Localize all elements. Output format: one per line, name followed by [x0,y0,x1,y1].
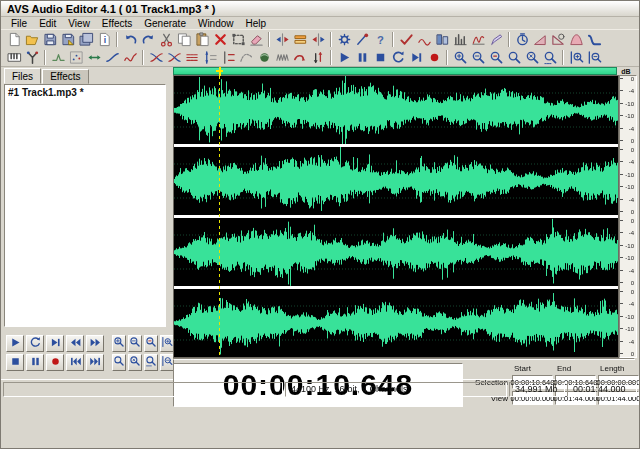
pause-button[interactable] [26,354,44,371]
status-audio-format: 44100 Hz, 16-bit, 4 Channels [285,382,507,397]
title-bar[interactable]: AVS Audio Editor 4.1 ( 01 Track1.mp3 * ) [1,1,639,17]
new-file-button[interactable] [5,31,23,48]
fade-hill-button[interactable] [567,31,585,48]
zoom-vertical-in-button[interactable] [567,49,585,66]
stop-button[interactable] [371,49,389,66]
flanger-button[interactable] [291,49,309,66]
zoom-out-button[interactable] [128,335,142,352]
spline-button[interactable] [121,49,139,66]
pause-button[interactable] [353,49,371,66]
paste-button[interactable] [193,31,211,48]
zoom-full-button[interactable] [523,49,541,66]
stop-button[interactable] [6,354,24,371]
menu-item-window[interactable]: Window [192,18,240,29]
overview-bar[interactable] [173,67,617,75]
rewind-button[interactable] [66,335,84,352]
amplify-button[interactable] [183,49,201,66]
play-button[interactable] [6,335,24,352]
zoom-full-button[interactable] [128,354,142,371]
zoom-selection-button[interactable] [144,335,158,352]
pitch-button[interactable] [309,49,327,66]
stretch-button[interactable] [85,49,103,66]
zoom-out-button[interactable] [469,49,487,66]
skip-end-button[interactable] [86,354,104,371]
save-all-button[interactable] [77,31,95,48]
forward-button[interactable] [86,335,104,352]
envelope-dash-button[interactable] [237,49,255,66]
fade-curve-button[interactable] [585,31,603,48]
equalizer-button[interactable] [451,31,469,48]
waveform-display[interactable] [173,75,619,358]
tab-effects[interactable]: Effects [42,69,88,84]
ruler-tick [281,359,282,360]
tab-files[interactable]: Files [4,68,41,84]
save-as-button[interactable] [59,31,77,48]
merge-button[interactable] [165,49,183,66]
erase-button[interactable] [247,31,265,48]
compress-button[interactable] [219,49,237,66]
loop-button[interactable] [26,335,44,352]
open-file-button[interactable] [23,31,41,48]
draw-button[interactable] [487,31,505,48]
scatter-button[interactable] [67,49,85,66]
crossfade-button[interactable] [147,49,165,66]
record-tool-button[interactable] [353,31,371,48]
play-button[interactable] [335,49,353,66]
normalize-button[interactable] [201,49,219,66]
file-info-button[interactable]: i [95,31,113,48]
check-button[interactable] [397,31,415,48]
zoom-selection-button[interactable] [487,49,505,66]
playhead-marker[interactable] [214,359,224,360]
zoom-all-button[interactable] [144,354,158,371]
menu-item-view[interactable]: View [62,18,96,29]
fade-out-button[interactable] [549,31,567,48]
help-button[interactable]: ? [371,31,389,48]
db-scale-label: -10 [620,314,634,320]
zoom-custom-button[interactable] [112,354,126,371]
loop-button[interactable] [389,49,407,66]
record-button[interactable] [425,49,443,66]
menu-item-file[interactable]: File [5,18,33,29]
settings-button[interactable] [335,31,353,48]
histogram-button[interactable] [469,31,487,48]
menu-item-edit[interactable]: Edit [33,18,62,29]
zoom-in-button[interactable] [112,335,126,352]
copy-button[interactable] [175,31,193,48]
file-list-item[interactable]: #1 Track1.mp3 * [5,85,165,100]
chorus-button[interactable] [273,49,291,66]
keys-button[interactable] [5,49,23,66]
fade-in-button[interactable] [531,31,549,48]
play-end-button[interactable] [407,49,425,66]
marker-button[interactable] [415,31,433,48]
delete-button[interactable] [211,31,229,48]
trim-button[interactable] [229,31,247,48]
reverb-button[interactable] [255,49,273,66]
mix-button[interactable] [273,31,291,48]
filter-button[interactable] [23,49,41,66]
mix-file-button[interactable] [291,31,309,48]
redo-button[interactable] [139,31,157,48]
file-list[interactable]: #1 Track1.mp3 * [4,84,166,327]
record-button[interactable] [46,354,64,371]
zoom-vertical-out-button[interactable] [585,49,603,66]
save-button[interactable] [41,31,59,48]
undo-button[interactable] [121,31,139,48]
cut-button[interactable] [157,31,175,48]
levels-button[interactable] [433,31,451,48]
ruler-tick [238,359,239,360]
play-end-button[interactable] [46,335,64,352]
time-ruler[interactable]: hms0:100:200:300:400:501:001:101:201:301… [173,358,635,360]
overview-position-marker[interactable] [216,67,223,76]
skip-start-button[interactable] [66,354,84,371]
menu-item-help[interactable]: Help [240,18,273,29]
zoom-custom-button[interactable] [505,49,523,66]
envelope-button[interactable] [49,49,67,66]
undo-icon [123,32,138,47]
timer-button[interactable] [513,31,531,48]
menu-item-effects[interactable]: Effects [96,18,138,29]
menu-item-generate[interactable]: Generate [138,18,192,29]
zoom-in-button[interactable] [451,49,469,66]
zoom-all-button[interactable] [541,49,559,66]
mix-paste-button[interactable] [309,31,327,48]
curve-button[interactable] [103,49,121,66]
